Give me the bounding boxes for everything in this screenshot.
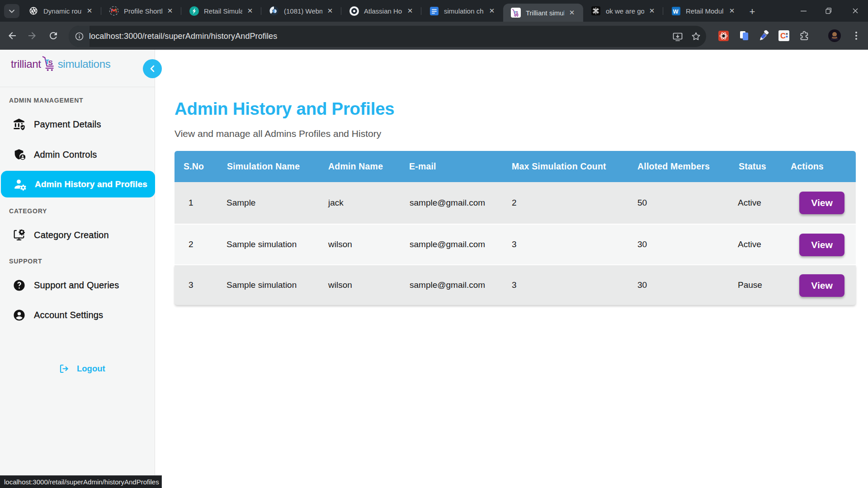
svg-text:S: S — [515, 10, 518, 15]
svg-text:C: C — [780, 32, 786, 40]
svg-text:S: S — [48, 58, 52, 66]
svg-text:W: W — [673, 8, 678, 14]
